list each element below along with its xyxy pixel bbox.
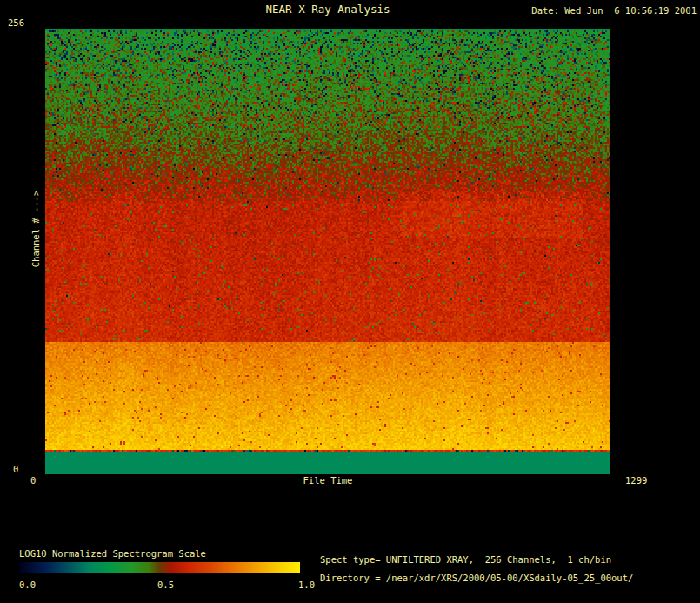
date-label: Date: Wed Jun 6 10:56:19 2001 <box>531 5 697 17</box>
colorbar-gradient <box>19 562 300 573</box>
near-xray-analysis-window: NEAR X-Ray Analysis Date: Wed Jun 6 10:5… <box>0 0 700 603</box>
colorbar-tick-05: 0.5 <box>157 580 174 591</box>
spectrogram-image <box>45 29 610 474</box>
directory-line: Directory = /near/xdr/XRS/2000/05-00/XSd… <box>320 573 633 584</box>
x-axis-min-label: 0 <box>30 475 36 486</box>
y-axis-min-label: 0 <box>13 464 18 475</box>
colorbar-tick-0: 0.0 <box>19 580 36 591</box>
spect-type-line: Spect type= UNFILTERED XRAY, 256 Channel… <box>320 554 611 566</box>
y-axis-max-label: 256 <box>8 17 24 29</box>
x-axis-max-label: 1299 <box>625 475 647 486</box>
colorbar-tick-1: 1.0 <box>298 580 315 591</box>
y-axis-title: Channel # ---> <box>30 191 41 268</box>
x-axis-title: File Time <box>45 475 610 486</box>
page-title: NEAR X-Ray Analysis <box>45 3 610 15</box>
colorbar-title: LOG10 Normalized Spectrogram Scale <box>19 548 206 559</box>
